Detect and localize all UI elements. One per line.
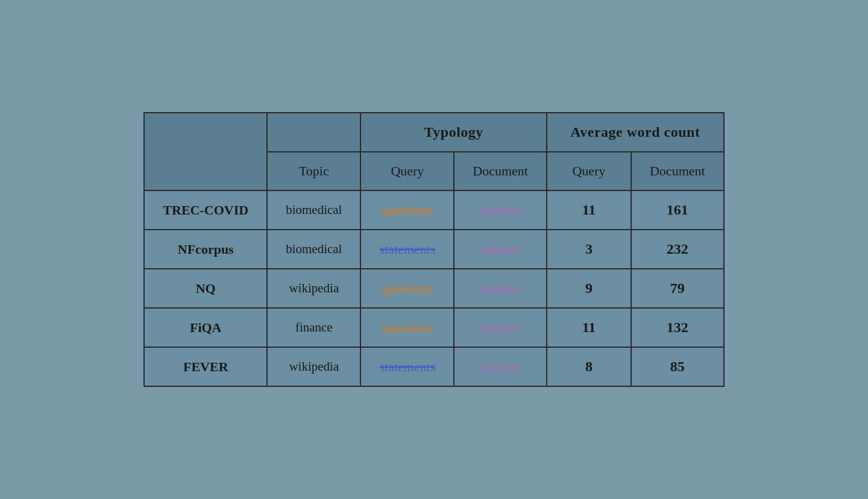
topic-cell: biomedical: [267, 190, 360, 230]
empty-sub-1: [144, 152, 267, 190]
topic-subheader: Topic: [267, 152, 360, 190]
table-row: TREC-COVIDbiomedicalquestionsarticles111…: [144, 190, 723, 230]
query-subheader-1: Query: [360, 152, 454, 190]
query-type-cell: questions: [360, 190, 454, 230]
topic-cell: wikipedia: [267, 347, 360, 386]
query-avg-cell: 11: [547, 308, 631, 347]
data-table: Typology Average word count Topic Query …: [143, 112, 724, 387]
doc-type-cell: articles: [454, 269, 547, 308]
dataset-cell: FiQA: [144, 308, 267, 347]
doc-avg-cell: 232: [631, 230, 724, 269]
table-row: NFcorpusbiomedicalstatementsarticles3232: [144, 230, 723, 269]
main-table-container: Typology Average word count Topic Query …: [131, 100, 736, 399]
doc-type-cell: articles: [454, 308, 547, 347]
doc-type-cell: articles: [454, 190, 547, 230]
topic-cell: biomedical: [267, 230, 360, 269]
document-subheader-1: Document: [454, 152, 547, 190]
doc-type-cell: articles: [454, 347, 547, 386]
avg-word-count-header: Average word count: [547, 113, 724, 152]
query-type-cell: statements: [360, 230, 454, 269]
doc-avg-cell: 132: [631, 308, 724, 347]
document-subheader-2: Document: [631, 152, 724, 190]
table-row: FiQAfinancequestionsarticles11132: [144, 308, 723, 347]
doc-avg-cell: 161: [631, 190, 724, 230]
query-subheader-2: Query: [547, 152, 631, 190]
empty-header-1: [144, 113, 267, 152]
table-row: FEVERwikipediastatementsarticles885: [144, 347, 723, 386]
query-avg-cell: 3: [547, 230, 631, 269]
header-row-top: Typology Average word count: [144, 113, 723, 152]
query-avg-cell: 11: [547, 190, 631, 230]
table-body: TREC-COVIDbiomedicalquestionsarticles111…: [144, 190, 723, 386]
topic-cell: finance: [267, 308, 360, 347]
query-avg-cell: 9: [547, 269, 631, 308]
doc-avg-cell: 85: [631, 347, 724, 386]
query-type-cell: questions: [360, 308, 454, 347]
dataset-cell: NFcorpus: [144, 230, 267, 269]
dataset-cell: NQ: [144, 269, 267, 308]
header-row-sub: Topic Query Document Query Document: [144, 152, 723, 190]
query-type-cell: statements: [360, 347, 454, 386]
topic-cell: wikipedia: [267, 269, 360, 308]
table-row: NQwikipediaquestionsarticles979: [144, 269, 723, 308]
empty-header-2: [267, 113, 360, 152]
doc-type-cell: articles: [454, 230, 547, 269]
typology-header: Typology: [360, 113, 547, 152]
query-type-cell: questions: [360, 269, 454, 308]
query-avg-cell: 8: [547, 347, 631, 386]
doc-avg-cell: 79: [631, 269, 724, 308]
dataset-cell: TREC-COVID: [144, 190, 267, 230]
dataset-cell: FEVER: [144, 347, 267, 386]
